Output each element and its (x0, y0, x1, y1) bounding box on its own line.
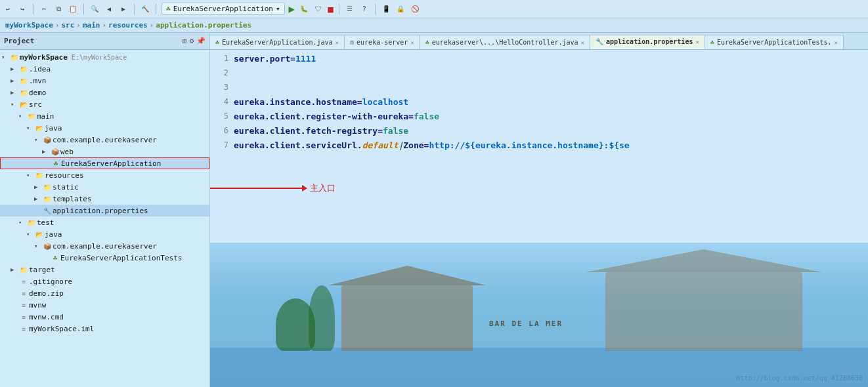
tree-item-templates[interactable]: ▶ 📁 templates (0, 193, 209, 205)
tab-eureka-server[interactable]: m eureka-server ✕ (345, 35, 420, 49)
tab-app-tests[interactable]: ☘ EurekaServerApplicationTests. ✕ (705, 35, 844, 49)
build-icon[interactable]: 🔨 (140, 4, 150, 14)
undo-icon[interactable]: ↩ (3, 4, 13, 14)
arrow-line (210, 188, 302, 189)
main-area: Project ⊞ ⚙ 📌 ▾ 📁 myWorkSpace E:\myWorkS… (0, 33, 868, 387)
tree-label-app-properties: application.properties (53, 207, 148, 215)
annotation-label: 主入口 (310, 182, 336, 194)
annotation-arrow-container: 主入口 (210, 182, 336, 194)
tree-label-app-tests: EurekaServerApplicationTests (60, 254, 182, 262)
sdk-icon[interactable]: ☰ (345, 4, 355, 14)
tree-item-eureka-app[interactable]: ☘ EurekaServerApplication (0, 157, 209, 169)
tree-item-static[interactable]: ▶ 📁 static (0, 181, 209, 193)
tab-hello-controller[interactable]: ☘ eurekaserver\...\HelloController.java … (420, 35, 590, 49)
expand-arrow-java: ▾ (26, 125, 34, 131)
line-number-2: 2 (210, 68, 234, 77)
toolbar-separator-3 (134, 4, 135, 14)
run-config-dropdown[interactable]: ☘ EurekaServerApplication ▾ (162, 3, 285, 15)
tree-item-idea[interactable]: ▶ 📁 .idea (0, 63, 209, 75)
devices-icon[interactable]: 📱 (381, 4, 391, 14)
line-number-7: 7 (210, 140, 234, 150)
tree-item-resources[interactable]: ▾ 📁 resources (0, 169, 209, 181)
tree-label-src: src (29, 100, 42, 109)
line-content-1: server.port=1111 (234, 54, 868, 64)
tree-left-2 (309, 285, 335, 351)
file-icon-gitignore: ≡ (18, 278, 29, 285)
tab-label-hello-controller: eurekaserver\...\HelloController.java (432, 39, 578, 46)
background-scenery: BAR DE LA MER http://blog.csdn.net/qq_41… (210, 243, 868, 387)
tree-item-mvnw[interactable]: ≡ mvnw (0, 299, 209, 311)
breadcrumb-workspace[interactable]: myWorkSpace (5, 21, 53, 30)
sidebar-expand-icon[interactable]: ⊞ (183, 37, 187, 45)
expand-arrow-target: ▶ (11, 266, 18, 273)
sidebar-gear-icon[interactable]: ⚙ (189, 37, 194, 45)
java-folder-icon: 📂 (34, 125, 45, 132)
tree-item-web[interactable]: ▶ 📦 web (0, 146, 209, 157)
tree-item-src[interactable]: ▾ 📂 src (0, 98, 209, 110)
breadcrumb-main[interactable]: main (83, 21, 100, 30)
tree-label-java: java (45, 124, 62, 132)
forward-icon[interactable]: ▶ (118, 4, 129, 14)
tree-item-demo-zip[interactable]: ≡ demo.zip (0, 287, 209, 299)
tree-item-app-tests[interactable]: ☘ EurekaServerApplicationTests (0, 252, 209, 264)
breadcrumb-sep-2: › (76, 21, 81, 30)
copy-icon[interactable]: ⧉ (53, 4, 64, 14)
breadcrumb-file[interactable]: application.properties (156, 21, 251, 30)
tree-item-mvn[interactable]: ▶ 📁 .mvn (0, 75, 209, 87)
debug-button[interactable]: 🐛 (299, 4, 309, 14)
tree-item-app-properties[interactable]: 🔧 application.properties (0, 205, 209, 216)
toolbar-separator-2 (83, 4, 84, 14)
stop-button[interactable]: ■ (328, 4, 333, 14)
no-icon[interactable]: 🚫 (410, 4, 420, 14)
sidebar-title: Project (4, 37, 34, 45)
close-tab-eureka-server[interactable]: ✕ (410, 39, 414, 46)
coverage-button[interactable]: 🛡 (313, 4, 324, 14)
toolbar-separator-5 (339, 4, 339, 14)
expand-arrow-static: ▶ (34, 184, 42, 190)
sidebar-pin-icon[interactable]: 📌 (196, 37, 206, 45)
tree-item-demo[interactable]: ▶ 📁 demo (0, 87, 209, 98)
tree-item-mvnw-cmd[interactable]: ≡ mvnw.cmd (0, 311, 209, 323)
editor-content[interactable]: 1 server.port=1111 2 3 4 eureka.instance… (210, 50, 868, 159)
tree-item-test-package[interactable]: ▾ 📦 com.example.eurekaserver (0, 240, 209, 252)
tree-item-test-java[interactable]: ▾ 📂 java (0, 228, 209, 240)
back-icon[interactable]: ◀ (104, 4, 114, 14)
tree-label-iml: myWorkSpace.iml (29, 325, 94, 333)
breadcrumb-sep-1: › (55, 21, 60, 30)
paste-icon[interactable]: 📋 (68, 4, 78, 14)
java-icon-2: ☘ (425, 39, 429, 46)
tree-item-iml[interactable]: ≡ myWorkSpace.iml (0, 323, 209, 335)
close-tab-hello-controller[interactable]: ✕ (581, 39, 584, 46)
folder-icon-idea: 📁 (18, 66, 29, 73)
tree-item-java[interactable]: ▾ 📂 java (0, 122, 209, 134)
close-tab-eureka-app[interactable]: ✕ (336, 39, 339, 46)
line-content-7: eureka.client.serviceUrl.default|Zone=ht… (234, 140, 868, 150)
run-button[interactable]: ▶ (289, 3, 295, 15)
tree-item-test[interactable]: ▾ 📁 test (0, 216, 209, 228)
line-number-4: 4 (210, 97, 234, 106)
expand-arrow-templates: ▶ (34, 195, 42, 202)
tree-item-main[interactable]: ▾ 📁 main (0, 110, 209, 122)
breadcrumb-src[interactable]: src (61, 21, 74, 30)
close-tab-app-prop[interactable]: ✕ (695, 39, 699, 45)
redo-icon[interactable]: ↪ (17, 4, 28, 14)
tab-label-eureka-server-app: EurekaServerApplication.java (222, 39, 333, 46)
vcs-icon[interactable]: 🔒 (395, 4, 406, 14)
tree-item-target[interactable]: ▶ 📁 target (0, 264, 209, 275)
tab-application-properties[interactable]: 🔧 application.properties ✕ (590, 35, 705, 49)
sidebar-icons: ⊞ ⚙ 📌 (183, 37, 206, 45)
line-number-6: 6 (210, 126, 234, 135)
file-icon-iml: ≡ (18, 325, 29, 333)
find-icon[interactable]: 🔍 (89, 4, 100, 14)
help-icon[interactable]: ? (359, 4, 370, 14)
cut-icon[interactable]: ✂ (39, 4, 49, 14)
close-tab-app-tests[interactable]: ✕ (835, 39, 838, 46)
line-content-5: eureka.client.register-with-eureka=false (234, 112, 868, 121)
tab-eureka-server-app[interactable]: ☘ EurekaServerApplication.java ✕ (210, 35, 345, 49)
tree-label-mvnw-cmd: mvnw.cmd (29, 313, 64, 321)
tree-item-myworkspace[interactable]: ▾ 📁 myWorkSpace E:\myWorkSpace (0, 51, 209, 63)
tree-item-package[interactable]: ▾ 📦 com.example.eurekaserver (0, 134, 209, 146)
m-icon: m (350, 39, 354, 46)
breadcrumb-resources[interactable]: resources (108, 21, 148, 30)
tree-item-gitignore[interactable]: ≡ .gitignore (0, 275, 209, 287)
